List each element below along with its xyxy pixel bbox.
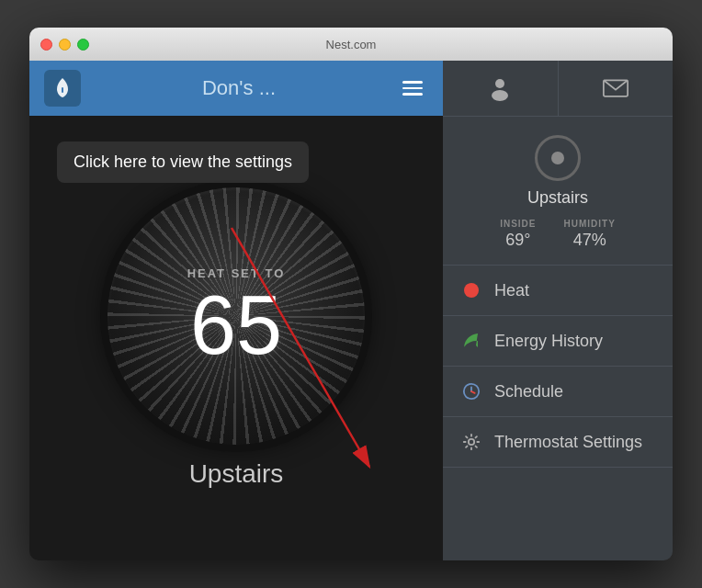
device-display: Upstairs INSIDE 69° HUMIDITY 47% — [443, 117, 673, 266]
svg-line-8 — [471, 391, 475, 393]
humidity-label: HUMIDITY — [564, 219, 616, 229]
mail-icon — [603, 79, 628, 97]
right-panel: Upstairs INSIDE 69° HUMIDITY 47% — [443, 61, 673, 560]
thermostat-settings-label: Thermostat Settings — [494, 433, 642, 452]
left-panel: Don's ... Click here to view the setting… — [29, 61, 443, 560]
thermostat-area: Click here to view the settings HEAT SET… — [29, 116, 443, 560]
window-title: Nest.com — [326, 38, 377, 51]
menu-line-3 — [402, 93, 423, 96]
heat-label: Heat — [494, 281, 529, 300]
nest-logo-icon — [50, 75, 75, 101]
tooltip[interactable]: Click here to view the settings — [57, 141, 309, 183]
minimize-button[interactable] — [59, 39, 71, 51]
svg-point-3 — [495, 79, 504, 88]
device-stats: INSIDE 69° HUMIDITY 47% — [458, 219, 658, 250]
schedule-label: Schedule — [494, 382, 563, 401]
svg-point-4 — [492, 90, 508, 101]
app-window: Nest.com Don's ... — [29, 28, 673, 560]
energy-history-label: Energy History — [494, 332, 603, 351]
right-top-buttons — [443, 61, 673, 117]
person-icon — [487, 75, 513, 101]
menu-item-schedule[interactable]: Schedule — [443, 367, 673, 417]
menu-line-2 — [402, 87, 423, 90]
menu-line-1 — [402, 81, 423, 84]
main-content: Don's ... Click here to view the setting… — [29, 61, 673, 560]
menu-items: Heat Energy History — [443, 266, 673, 560]
device-circle-inner — [551, 152, 564, 164]
settings-svg — [462, 433, 481, 451]
settings-icon — [461, 432, 481, 452]
titlebar: Nest.com — [29, 28, 673, 61]
traffic-lights — [40, 39, 89, 51]
svg-point-9 — [469, 439, 474, 445]
home-name: Don's ... — [92, 76, 386, 100]
menu-item-thermostat-settings[interactable]: Thermostat Settings — [443, 417, 673, 468]
inside-value: 69° — [505, 231, 530, 250]
schedule-icon — [461, 381, 481, 401]
inside-stat: INSIDE 69° — [500, 219, 536, 250]
schedule-svg — [462, 382, 481, 401]
heat-dot — [464, 283, 479, 298]
profile-button[interactable] — [443, 61, 559, 116]
svg-rect-0 — [62, 87, 63, 93]
heat-set-to-label: HEAT SET TO — [187, 266, 286, 280]
nest-header: Don's ... — [29, 61, 443, 116]
menu-item-heat[interactable]: Heat — [443, 266, 673, 316]
thermostat-dial[interactable]: HEAT SET TO 65 — [108, 187, 365, 445]
nest-logo — [44, 70, 81, 107]
close-button[interactable] — [40, 39, 52, 51]
device-circle — [535, 135, 581, 181]
maximize-button[interactable] — [77, 39, 89, 51]
menu-item-energy-history[interactable]: Energy History — [443, 316, 673, 367]
device-name: Upstairs — [527, 188, 588, 208]
location-label: Upstairs — [189, 459, 284, 489]
temperature-display: 65 — [190, 284, 282, 367]
leaf-svg — [461, 331, 481, 351]
inside-label: INSIDE — [500, 219, 536, 229]
leaf-icon — [461, 331, 481, 351]
messages-button[interactable] — [559, 61, 674, 116]
humidity-stat: HUMIDITY 47% — [564, 219, 616, 250]
menu-button[interactable] — [397, 73, 428, 104]
thermostat-inner: HEAT SET TO 65 — [187, 266, 286, 367]
humidity-value: 47% — [573, 231, 606, 250]
heat-icon — [461, 280, 481, 300]
